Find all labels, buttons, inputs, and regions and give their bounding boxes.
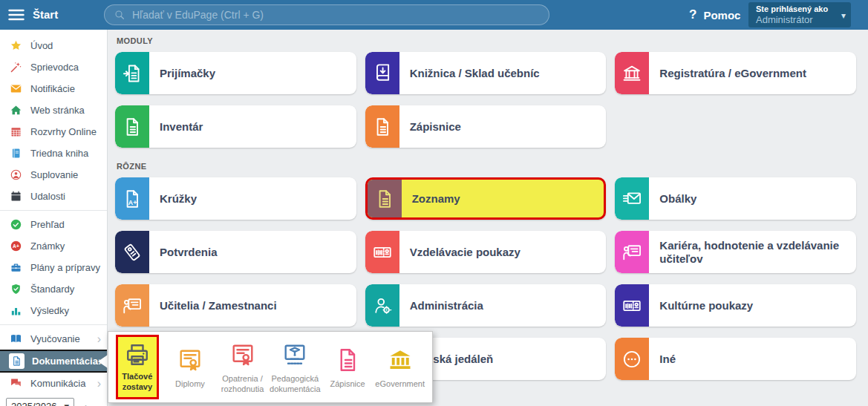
sidebar-item-label: Štandardy (30, 284, 74, 295)
tile-label: Prijímačky (149, 67, 223, 80)
popup-item-diplomy[interactable]: Diplomy (164, 341, 217, 394)
sidebar-items: ÚvodSprievodcaNotifikácieWeb stránkaRozv… (0, 35, 107, 394)
chevron-right-icon: › (97, 378, 101, 390)
tile-obalky[interactable]: Obálky (615, 177, 856, 220)
popup-item-label: Zápisnice (330, 379, 365, 390)
edupage-app-window: Štart ? Pomoc Ste prihlásený ako Adminis… (0, 0, 868, 406)
sidebar-divider (0, 210, 107, 211)
tile-kulturne-poukazy[interactable]: Kultúrne poukazy (615, 284, 856, 327)
sidebar-item-label: Známky (30, 240, 65, 252)
sidebar-item-label: Výsledky (30, 305, 69, 316)
voucher-icon (615, 284, 649, 327)
sidebar-item-vysledky[interactable]: Výsledky (0, 300, 107, 321)
sidebar-item-standardy[interactable]: Štandardy (0, 278, 107, 300)
tile-administracia[interactable]: Administrácia (365, 284, 607, 327)
sidebar-item-vyucovanie[interactable]: Vyučovanie› (0, 328, 107, 350)
tile-kruzky[interactable]: A+Krúžky (115, 177, 356, 220)
popup-item-label: Tlačové zostavy (122, 372, 152, 393)
sidebar-item-komunikacia[interactable]: Komunikácia› (0, 373, 107, 394)
tile-potvrdenia[interactable]: Potvrdenia (115, 231, 356, 273)
chat-icon (9, 376, 23, 390)
sidebar-divider (0, 324, 107, 325)
tile-kariera-hodnotenie-a-vzdelavanie-ucitelov[interactable]: Kariéra, hodnotenie a vzdelávanie učiteľ… (615, 231, 856, 273)
envelope-lines-icon (615, 177, 649, 220)
envelope-icon (9, 82, 23, 96)
home-icon (9, 103, 23, 117)
tile-inventar[interactable]: Inventár (115, 105, 356, 148)
star-icon (9, 39, 23, 53)
search-input[interactable] (132, 9, 540, 21)
logged-in-user-role: Administrátor (756, 14, 835, 25)
sidebar-item-label: Plány a prípravy (30, 262, 100, 273)
popup-item-label: eGovernment (375, 379, 425, 390)
popup-item-egovernment[interactable]: eGovernment (373, 341, 426, 394)
doc-arrow-icon (115, 52, 149, 94)
bank-icon (615, 52, 649, 94)
person-gear-icon (365, 284, 399, 327)
popup-item-label: Opatrenia / rozhodnutia (221, 374, 264, 395)
tile-label: Zoznamy (402, 192, 468, 206)
help-button[interactable]: ? Pomoc (689, 0, 740, 30)
notebook-icon (9, 146, 23, 160)
tile-label: Zápisnice (399, 120, 469, 134)
tile-zapisnice[interactable]: Zápisnice (365, 105, 607, 148)
person-circle-icon (9, 168, 23, 182)
sidebar-item-label: Vyučovanie (30, 333, 80, 344)
school-year-select[interactable]: 2025/2026 ▾ (6, 398, 74, 406)
tile-label: Učitelia / Zamestnanci (149, 299, 284, 312)
tile-zoznamy[interactable]: Zoznamy (365, 177, 607, 220)
chevron-right-icon: › (98, 356, 102, 367)
sidebar-item-label: Prehľad (30, 219, 65, 230)
tile-registratura-egovernment[interactable]: Registratúra / eGovernment (615, 52, 856, 94)
start-menu-label[interactable]: Štart (33, 8, 58, 21)
popup-item-label: Diplomy (175, 379, 205, 390)
hamburger-menu-icon[interactable] (7, 6, 25, 24)
popup-item-pedagogicka-dokumentacia[interactable]: Pedagogická dokumentácia (269, 335, 322, 399)
tile-ine[interactable]: Iné (615, 338, 856, 380)
sidebar-item-udalosti[interactable]: Udalosti (0, 186, 107, 207)
popup-item-label: Pedagogická dokumentácia (270, 374, 321, 395)
sidebar-item-uvod[interactable]: Úvod (0, 35, 107, 56)
tag-icon (115, 231, 149, 273)
sidebar-item-rozvrhy-online[interactable]: Rozvrhy Online (0, 121, 107, 143)
search-icon (114, 9, 125, 21)
grade-circle-icon: A+ (9, 239, 23, 253)
sidebar-item-label: Triedna kniha (30, 148, 88, 159)
document-icon (9, 353, 25, 369)
sidebar-item-prehlad[interactable]: Prehľad (0, 214, 107, 235)
doc-list-icon (365, 105, 399, 148)
sidebar-item-notifikacie[interactable]: Notifikácie (0, 78, 107, 99)
school-year-value: 2025/2026 (11, 401, 56, 406)
sidebar-item-plany-a-pripravy[interactable]: Plány a prípravy (0, 257, 107, 278)
logged-in-as-label: Ste prihlásený ako (756, 4, 835, 14)
sidebar-item-triedna-kniha[interactable]: Triedna kniha (0, 143, 107, 164)
sidebar-item-label: Web stránka (30, 105, 85, 116)
collapse-sidebar-icon[interactable]: ‹ (83, 400, 87, 406)
top-bar: Štart ? Pomoc Ste prihlásený ako Adminis… (0, 0, 868, 30)
tile-vzdelavacie-poukazy[interactable]: Vzdelávacie poukazy (365, 231, 607, 273)
popup-item-zapisnice[interactable]: Zápisnice (322, 341, 374, 394)
sidebar: ÚvodSprievodcaNotifikácieWeb stránkaRozv… (0, 30, 108, 406)
global-search[interactable] (104, 4, 549, 25)
graduate-icon (281, 340, 308, 370)
tile-label: Iné (649, 353, 683, 366)
briefcase-icon (9, 261, 23, 275)
popup-item-tlacove-zostavy[interactable]: Tlačové zostavy (116, 335, 159, 399)
tile-ucitelia-zamestnanci[interactable]: Učitelia / Zamestnanci (115, 284, 356, 327)
dokumentacia-submenu-popup: Tlačové zostavyDiplomyOpatrenia / rozhod… (108, 331, 433, 403)
sidebar-item-znamky[interactable]: A+Známky (0, 235, 107, 257)
sidebar-item-suplovanie[interactable]: Suplovanie (0, 164, 107, 186)
sidebar-item-dokumentacia[interactable]: Dokumentácia› (0, 350, 107, 373)
module-sections: MODULYPrijímačkyKnižnica / Sklad učebníc… (115, 33, 856, 380)
dots-circle-icon (615, 338, 649, 380)
bar-chart-icon (9, 304, 23, 318)
sidebar-item-web-stranka[interactable]: Web stránka (0, 99, 107, 121)
sidebar-item-label: Úvod (30, 40, 53, 51)
bank-solid-icon (387, 345, 414, 375)
sidebar-item-sprievodca[interactable]: Sprievodca (0, 56, 107, 78)
popup-item-opatrenia-rozhodnutia[interactable]: Opatrenia / rozhodnutia (216, 335, 269, 399)
tile-kniznica-sklad-ucebnic[interactable]: Knižnica / Sklad učebníc (365, 52, 607, 94)
caret-down-icon: ▾ (64, 401, 69, 406)
logged-in-user-dropdown[interactable]: Ste prihlásený ako Administrátor ▾ (748, 2, 851, 27)
tile-prijimacky[interactable]: Prijímačky (115, 52, 356, 94)
